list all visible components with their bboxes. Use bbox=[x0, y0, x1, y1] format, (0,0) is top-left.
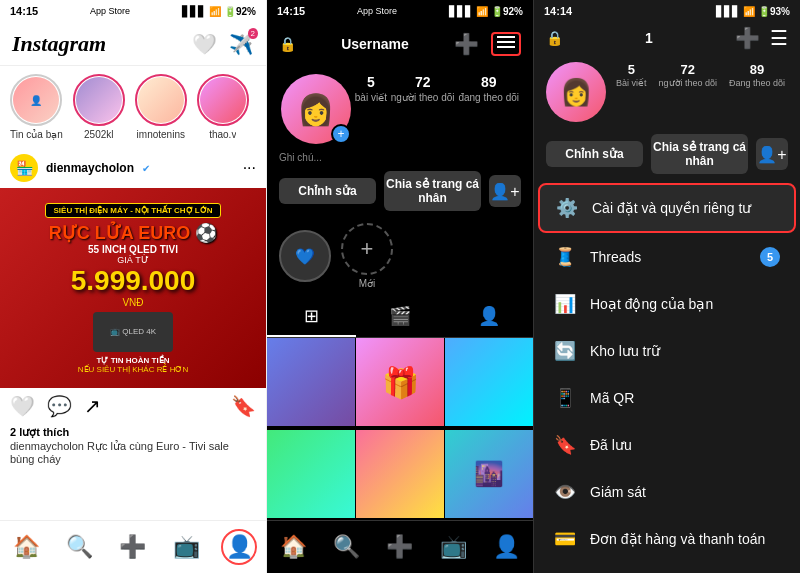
settings-stat-following-num: 89 bbox=[750, 62, 764, 77]
photo-cell-2[interactable]: 🎁 bbox=[356, 338, 444, 426]
stat-posts-num: 5 bbox=[367, 74, 375, 90]
menu-item-saved[interactable]: 🔖 Đã lưu bbox=[538, 422, 796, 468]
nav-profile-button-2[interactable]: 👤 bbox=[488, 529, 524, 565]
profile-nav-header: 🔒 Username ➕ bbox=[267, 22, 533, 66]
grid-tab-posts[interactable]: ⊞ bbox=[267, 297, 356, 337]
settings-profile-num: 1 bbox=[645, 30, 653, 46]
ad-top-text: SIÊU THỊ ĐIỆN MÁY - NỘI THẤT CHỢ LỚN bbox=[45, 203, 222, 218]
comment-button[interactable]: 💬 bbox=[47, 394, 72, 418]
messenger-icon[interactable]: ✈️2 bbox=[229, 32, 254, 56]
photo-cell-4[interactable] bbox=[267, 430, 355, 518]
settings-share-profile-button[interactable]: Chia sẻ trang cá nhân bbox=[651, 134, 748, 174]
profile-avatar-container: 👩 + bbox=[281, 74, 351, 144]
profile-stat-following: 89 đang theo dõi bbox=[458, 74, 519, 103]
nav-home-button-2[interactable]: 🏠 bbox=[276, 529, 312, 565]
nav-add-button-2[interactable]: ➕ bbox=[382, 529, 418, 565]
grid-tab-reels[interactable]: 🎬 bbox=[356, 297, 445, 337]
archive-icon: 🔄 bbox=[554, 340, 576, 362]
add-friend-button[interactable]: 👤+ bbox=[489, 175, 521, 207]
status-bar-1: 14:15 App Store ▋▋▋ 📶 🔋92% bbox=[0, 0, 266, 22]
settings-menu-list: ⚙️ Cài đặt và quyền riêng tư 🧵 Threads 5… bbox=[534, 182, 800, 573]
story-item-4[interactable]: thao.v bbox=[197, 74, 249, 140]
menu-item-close-friends[interactable]: 👥 Bạn thân bbox=[538, 563, 796, 573]
status-time-1: 14:15 bbox=[10, 5, 38, 17]
nav-search-button-2[interactable]: 🔍 bbox=[329, 529, 365, 565]
wifi-icon-2: 📶 bbox=[476, 6, 488, 17]
settings-menu-icon[interactable]: ☰ bbox=[770, 26, 788, 50]
photo-cell-5[interactable] bbox=[356, 430, 444, 518]
stories-row: 👤 Tin của bạn 2502kl imnotenins thao.v bbox=[0, 66, 266, 148]
highlight-heart[interactable]: 💙 bbox=[279, 230, 331, 282]
profile-stat-followers: 72 người theo dõi bbox=[391, 74, 455, 103]
photo-cell-1[interactable] bbox=[267, 338, 355, 426]
settings-top-nav: 🔒 1 ➕ ☰ bbox=[534, 22, 800, 54]
bookmark-button[interactable]: 🔖 bbox=[231, 394, 256, 418]
add-content-icon[interactable]: ➕ bbox=[454, 32, 479, 56]
story-item-2[interactable]: 2502kl bbox=[73, 74, 125, 140]
edit-profile-button[interactable]: Chỉnh sửa bbox=[279, 178, 376, 204]
nav-profile-button[interactable]: 👤 bbox=[221, 529, 257, 565]
story-circle-4[interactable] bbox=[197, 74, 249, 126]
menu-item-orders[interactable]: 💳 Đơn đặt hàng và thanh toán bbox=[538, 516, 796, 562]
photo-cell-6[interactable]: 🌆 bbox=[445, 430, 533, 518]
status-icons-3: ▋▋▋ 📶 🔋93% bbox=[716, 6, 790, 17]
settings-edit-profile-button[interactable]: Chỉnh sửa bbox=[546, 141, 643, 167]
story-label-3: imnotenins bbox=[137, 129, 185, 140]
author-name: dienmaycholon bbox=[46, 161, 134, 175]
hamburger-button[interactable] bbox=[491, 32, 521, 56]
menu-item-monitor[interactable]: 👁️ Giám sát bbox=[538, 469, 796, 515]
share-profile-button[interactable]: Chia sẻ trang cá nhân bbox=[384, 171, 481, 211]
menu-label-settings: Cài đặt và quyền riêng tư bbox=[592, 200, 751, 216]
nav-add-button[interactable]: ➕ bbox=[115, 529, 151, 565]
orders-icon: 💳 bbox=[554, 528, 576, 550]
story-circle-2[interactable] bbox=[73, 74, 125, 126]
menu-label-orders: Đơn đặt hàng và thanh toán bbox=[590, 531, 765, 547]
grid-tab-tagged[interactable]: 👤 bbox=[444, 297, 533, 337]
story-circle-3[interactable] bbox=[135, 74, 187, 126]
more-options-button[interactable]: ··· bbox=[243, 159, 256, 177]
highlight-new-label: Mới bbox=[359, 278, 376, 289]
nav-reels-button-2[interactable]: 📺 bbox=[435, 529, 471, 565]
ad-bottom-text: TỰ TIN HOÀN TIỀN bbox=[97, 356, 170, 365]
share-button[interactable]: ↗ bbox=[84, 394, 101, 418]
menu-item-archive[interactable]: 🔄 Kho lưu trữ bbox=[538, 328, 796, 374]
ad-banner: SIÊU THỊ ĐIỆN MÁY - NỘI THẤT CHỢ LỚN RỰC… bbox=[0, 188, 266, 388]
status-bar-2: 14:15 App Store ▋▋▋ 📶 🔋92% bbox=[267, 0, 533, 22]
add-highlight-circle[interactable]: + bbox=[341, 223, 393, 275]
verified-icon: ✔ bbox=[142, 163, 150, 174]
author-avatar: 🏪 bbox=[10, 154, 38, 182]
menu-item-activity[interactable]: 📊 Hoạt động của bạn bbox=[538, 281, 796, 327]
menu-item-settings[interactable]: ⚙️ Cài đặt và quyền riêng tư bbox=[538, 183, 796, 233]
battery-icon-3: 🔋93% bbox=[758, 6, 790, 17]
wifi-icon-1: 📶 bbox=[209, 6, 221, 17]
settings-add-friend-button[interactable]: 👤+ bbox=[756, 138, 788, 170]
story-circle-1[interactable]: 👤 bbox=[10, 74, 62, 126]
nav-search-button[interactable]: 🔍 bbox=[62, 529, 98, 565]
settings-stat-posts: 5 Bài viết bbox=[616, 62, 647, 88]
photo-grid: 🎁 🌆 bbox=[267, 338, 533, 520]
story-item-1[interactable]: 👤 Tin của bạn bbox=[10, 74, 63, 140]
profile-note: Ghi chú... bbox=[267, 152, 533, 167]
menu-item-qr[interactable]: 📱 Mã QR bbox=[538, 375, 796, 421]
settings-add-icon[interactable]: ➕ bbox=[735, 26, 760, 50]
status-bar-3: 14:14 ▋▋▋ 📶 🔋93% bbox=[534, 0, 800, 22]
highlight-add-item[interactable]: 💙 bbox=[279, 230, 331, 282]
status-time-3: 14:14 bbox=[544, 5, 572, 17]
panel-settings: 14:14 ▋▋▋ 📶 🔋93% 🔒 1 ➕ ☰ 👩 5 Bài viết 72… bbox=[534, 0, 800, 573]
highlight-new-item[interactable]: + Mới bbox=[341, 223, 393, 289]
heart-icon[interactable]: 🤍 bbox=[192, 32, 217, 56]
settings-stat-followers: 72 người theo dõi bbox=[659, 62, 718, 88]
add-avatar-icon[interactable]: + bbox=[331, 124, 351, 144]
stat-following-label: đang theo dõi bbox=[458, 92, 519, 103]
post-actions: 🤍 💬 ↗ 🔖 bbox=[0, 388, 266, 424]
story-item-3[interactable]: imnotenins bbox=[135, 74, 187, 140]
ad-tv-image: 📺 QLED 4K bbox=[93, 312, 173, 352]
photo-cell-3[interactable] bbox=[445, 338, 533, 426]
threads-badge: 5 bbox=[760, 247, 780, 267]
menu-item-threads[interactable]: 🧵 Threads 5 bbox=[538, 234, 796, 280]
nav-home-button[interactable]: 🏠 bbox=[9, 529, 45, 565]
like-button[interactable]: 🤍 bbox=[10, 394, 35, 418]
menu-label-archive: Kho lưu trữ bbox=[590, 343, 660, 359]
panel-profile: 14:15 App Store ▋▋▋ 📶 🔋92% 🔒 Username ➕ … bbox=[267, 0, 534, 573]
nav-reels-button[interactable]: 📺 bbox=[168, 529, 204, 565]
